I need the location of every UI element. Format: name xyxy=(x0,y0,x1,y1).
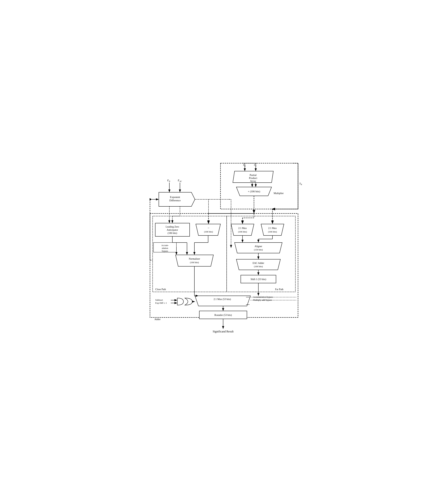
svg-rect-2 xyxy=(221,163,298,209)
shift1-label: Shift 1 (53 bits) xyxy=(251,278,266,281)
normalizer-label2: (106 bits) xyxy=(190,261,199,264)
accum-bypass-label2: ulation xyxy=(162,247,168,249)
significand-result: Significand Result xyxy=(213,330,234,333)
close-path-label: Close Path xyxy=(155,288,166,291)
exp-diff-label1: Exponent xyxy=(170,196,180,198)
mux-right-label2: (106 bits) xyxy=(268,230,277,233)
subtract-label2: Exp Diff ≤ 1 xyxy=(155,302,167,304)
partial-product-label2: Product xyxy=(249,177,257,179)
partial-product-label3: Array xyxy=(250,180,256,182)
aligner-label2: (159 bits) xyxy=(254,248,263,251)
svg-marker-25 xyxy=(261,224,284,236)
mux-right-label1: 2:1 Mux xyxy=(268,227,277,229)
eac-label: E xyxy=(178,179,179,182)
eb-sub: B xyxy=(169,180,170,182)
diagram-container: Partial Product Array + (106 bits) Multi… xyxy=(145,161,303,338)
aligner-label1: Aligner xyxy=(255,245,262,248)
sc-label: S xyxy=(254,164,255,166)
normalizer-label1: Normalizer xyxy=(189,258,200,260)
accum-bypass-label3: bypass xyxy=(162,250,168,252)
lza-label2: Anticipator xyxy=(167,229,178,231)
multiply-add-bypass: Multiply-add bypass xyxy=(253,299,272,301)
lza-label3: (106 bits) xyxy=(168,232,177,235)
sa-sub: A xyxy=(244,165,246,167)
svg-marker-27 xyxy=(236,259,280,270)
eb-label: E xyxy=(167,179,169,182)
svg-marker-23 xyxy=(196,224,221,236)
far-path-label: Far Path xyxy=(275,288,283,291)
subtract-label1: Subtract xyxy=(155,299,163,301)
sc-sub: C xyxy=(255,165,256,167)
minus-106-label: (106 bits) xyxy=(204,230,213,233)
svg-marker-29 xyxy=(176,255,213,266)
exp-diff-label2: Difference xyxy=(169,199,181,202)
svg-marker-26 xyxy=(235,242,282,253)
svg-marker-33 xyxy=(195,296,250,306)
svg-marker-24 xyxy=(231,224,254,236)
minus-label: − xyxy=(208,226,209,230)
mux-left-label2: (106 bits) xyxy=(238,230,247,233)
mux53-label1: 2:1 Mux (53 bits) xyxy=(214,298,231,301)
accum-bypass-right: Accumulation bypass xyxy=(253,296,273,298)
sb-sub: B xyxy=(301,183,302,185)
sa-label: S xyxy=(243,164,244,166)
sb-label: S xyxy=(299,182,301,185)
mux-left-label1: 2:1 Mux xyxy=(238,227,247,229)
eac-sub: AC xyxy=(179,180,182,182)
eac-label1: EAC Adder xyxy=(253,262,264,264)
partial-product-label: Partial xyxy=(250,174,256,177)
rounder-label: Rounder (53 bits) xyxy=(214,314,232,317)
lza-label1: Leading Zero xyxy=(166,225,179,228)
multiplier-text: Multiplier xyxy=(274,192,284,194)
adder-label: Adder xyxy=(154,318,160,321)
eac-label2: (106 bits) xyxy=(254,265,263,268)
accum-bypass-label1: Accum- xyxy=(161,244,169,247)
plus-106-label: + (106 bits) xyxy=(248,190,260,193)
